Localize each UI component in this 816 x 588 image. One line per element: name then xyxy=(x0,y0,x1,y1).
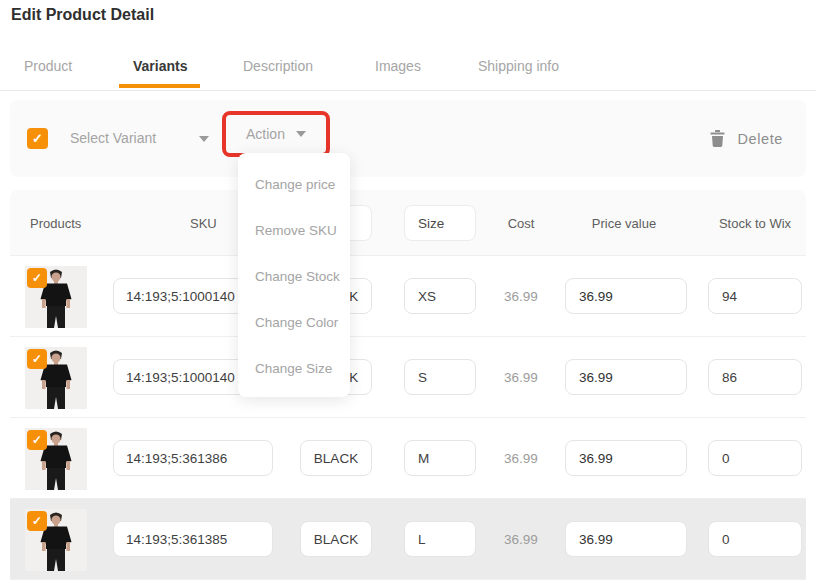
action-menu: Change priceRemove SKUChange StockChange… xyxy=(238,153,350,397)
table-row: ✓ 36.99 xyxy=(10,337,806,418)
header-cost: Cost xyxy=(481,190,561,256)
price-value-input[interactable] xyxy=(565,521,687,557)
stock-input[interactable] xyxy=(708,521,802,557)
chevron-down-icon xyxy=(296,131,306,137)
header-price-value: Price value xyxy=(574,190,674,256)
bottom-strip xyxy=(10,580,806,588)
select-variant-dropdown[interactable]: Select Variant xyxy=(70,130,156,146)
checkmark-icon: ✓ xyxy=(32,131,43,146)
tab-description[interactable]: Description xyxy=(243,58,313,74)
action-dropdown[interactable]: Action xyxy=(222,111,330,157)
price-value-input[interactable] xyxy=(565,440,687,476)
variants-toolbar: ✓ Select Variant Action Delete xyxy=(10,100,806,177)
tab-variants[interactable]: Variants xyxy=(133,58,187,74)
size-input[interactable] xyxy=(404,440,476,476)
variants-table: Products SKU Size Cost Price value Stock… xyxy=(10,190,806,580)
color-input[interactable] xyxy=(300,440,372,476)
table-row: ✓ 36.99 xyxy=(10,418,806,499)
cost-value: 36.99 xyxy=(481,337,561,418)
checkmark-icon: ✓ xyxy=(32,433,42,447)
header-size-filter-box[interactable]: Size xyxy=(404,205,476,241)
variant-checkbox[interactable]: ✓ xyxy=(27,349,47,369)
price-value-input[interactable] xyxy=(565,278,687,314)
size-input[interactable] xyxy=(404,278,476,314)
variant-checkbox[interactable]: ✓ xyxy=(27,268,47,288)
chevron-down-icon[interactable] xyxy=(199,136,209,142)
price-value-input[interactable] xyxy=(565,359,687,395)
size-input[interactable] xyxy=(404,359,476,395)
checkmark-icon: ✓ xyxy=(32,352,42,366)
table-row: ✓ 36.99 xyxy=(10,256,806,337)
tab-bar: ProductVariantsDescriptionImagesShipping… xyxy=(0,0,816,91)
header-products: Products xyxy=(30,190,81,256)
trash-icon xyxy=(710,130,725,147)
checkmark-icon: ✓ xyxy=(32,271,42,285)
menu-item-change-size[interactable]: Change Size xyxy=(238,345,350,391)
color-input[interactable] xyxy=(300,521,372,557)
tab-product[interactable]: Product xyxy=(24,58,72,74)
delete-label: Delete xyxy=(737,131,783,147)
header-sku: SKU xyxy=(190,190,217,256)
table-header: Products SKU Size Cost Price value Stock… xyxy=(10,190,806,256)
sku-input[interactable] xyxy=(113,521,273,557)
stock-input[interactable] xyxy=(708,440,802,476)
variant-checkbox[interactable]: ✓ xyxy=(27,430,47,450)
stock-input[interactable] xyxy=(708,359,802,395)
menu-item-change-color[interactable]: Change Color xyxy=(238,299,350,345)
checkmark-icon: ✓ xyxy=(32,514,42,528)
delete-button[interactable]: Delete xyxy=(710,100,783,177)
size-input[interactable] xyxy=(404,521,476,557)
select-all-checkbox[interactable]: ✓ xyxy=(27,128,48,149)
edit-product-detail-page: Edit Product Detail ProductVariantsDescr… xyxy=(0,0,816,588)
header-stock-to-wix: Stock to Wix xyxy=(705,190,805,256)
tab-shipping-info[interactable]: Shipping info xyxy=(478,58,559,74)
menu-item-remove-sku[interactable]: Remove SKU xyxy=(238,207,350,253)
cost-value: 36.99 xyxy=(481,499,561,580)
cost-value: 36.99 xyxy=(481,418,561,499)
menu-item-change-price[interactable]: Change price xyxy=(238,161,350,207)
variant-checkbox[interactable]: ✓ xyxy=(27,511,47,531)
stock-input[interactable] xyxy=(708,278,802,314)
table-row: ✓ 36.99 xyxy=(10,499,806,580)
table-body: ✓ 36.99 ✓ 36.99 xyxy=(10,256,806,580)
action-label: Action xyxy=(246,126,285,142)
menu-item-change-stock[interactable]: Change Stock xyxy=(238,253,350,299)
cost-value: 36.99 xyxy=(481,256,561,337)
sku-input[interactable] xyxy=(113,440,273,476)
tab-images[interactable]: Images xyxy=(375,58,421,74)
